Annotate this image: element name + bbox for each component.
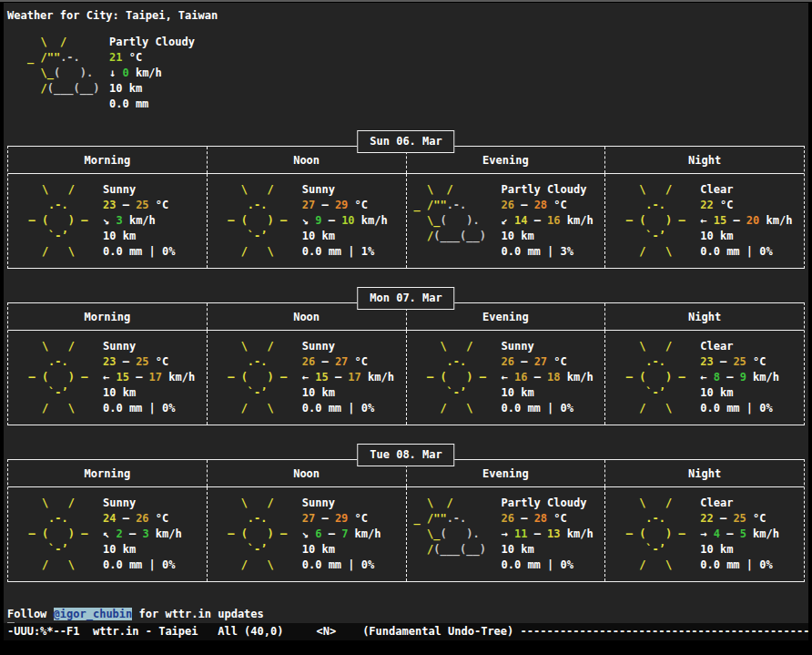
weather-art: \ /_ /"".-. \_( ). /(___(__) <box>414 182 502 260</box>
text-segment: 0.0 mm | 0% <box>502 402 573 414</box>
weather-detail-line: 10 km <box>109 81 195 97</box>
weather-detail-line: 26 – 28 °C <box>502 198 594 213</box>
sunny-icon-art-line: `-’ <box>613 385 700 401</box>
current-weather-text: Partly Cloudy21 °C↓ 0 km/h10 km0.0 mm <box>109 35 195 112</box>
text-segment: 28 <box>534 512 547 525</box>
text-segment: – ( ) – <box>215 214 287 227</box>
partly-cloudy-icon-art-line: _ /"".-. <box>414 511 502 527</box>
text-segment: .-. <box>215 355 268 368</box>
text-segment: ↘ <box>302 527 315 540</box>
text-segment: ( ). <box>54 67 93 79</box>
text-segment: 20 <box>746 214 759 227</box>
text-segment: 3 <box>142 527 148 540</box>
text-segment: – <box>527 214 547 227</box>
text-segment: Sunny <box>103 496 136 509</box>
text-segment: – ( ) – <box>215 527 287 540</box>
text-segment: `-’ <box>414 386 467 399</box>
weather-detail-line: 0.0 mm | 0% <box>700 558 779 573</box>
text-segment: km/h <box>746 527 779 540</box>
text-segment: Sunny <box>302 183 335 196</box>
text-segment: `-’ <box>613 230 665 242</box>
text-segment: (___(__) <box>433 230 486 242</box>
text-segment: 24 <box>103 512 116 525</box>
sunny-icon-art-line: / \ <box>215 401 302 416</box>
weather-detail-line: 24 – 26 °C <box>103 511 182 527</box>
text-segment: 26 <box>502 512 514 525</box>
forecast-cell: \ / .-. – ( ) – `-’ / \Sunny24 – 26 °C↖ … <box>8 487 207 581</box>
text-segment: 10 km <box>700 386 733 399</box>
sunny-icon-art-line: – ( ) – <box>613 370 700 385</box>
weather-detail-line: 10 km <box>502 229 594 244</box>
text-segment: 10 km <box>502 230 534 242</box>
day-table: Sun 06. MarMorningNoonEveningNight \ / .… <box>7 146 805 269</box>
weather-detail-line: 23 – 25 °C <box>103 354 195 370</box>
weather-detail-line: 10 km <box>103 385 195 401</box>
text-segment: / \ <box>215 245 274 258</box>
weather-detail-line: 0.0 mm | 0% <box>502 401 594 416</box>
weather-detail-line: 26 – 27 °C <box>302 354 394 370</box>
weather-detail-line: Sunny <box>502 339 594 354</box>
text-segment: ← <box>103 371 116 384</box>
text-segment: (___(__) <box>47 82 100 95</box>
weather-detail-line: 0.0 mm | 3% <box>502 244 594 260</box>
sunny-icon-art-line: `-’ <box>15 229 103 244</box>
weather-detail-line: ↘ 6 – 7 km/h <box>302 527 381 542</box>
text-segment: 27 <box>302 512 315 525</box>
text-segment: ↘ <box>302 214 315 227</box>
text-segment: – <box>527 527 547 540</box>
sunny-icon-art-line: / \ <box>613 558 700 573</box>
forecast-cell: \ / .-. – ( ) – `-’ / \Clear23 – 25 °C← … <box>604 331 804 425</box>
sunny-icon-art-line: – ( ) – <box>15 527 103 542</box>
column-header-night: Night <box>604 147 804 173</box>
text-segment: 5 <box>740 527 746 540</box>
weather-detail-line: 10 km <box>103 229 175 244</box>
text-segment: °C <box>149 199 169 211</box>
weather-detail-line: 23 – 25 °C <box>700 354 779 370</box>
sunny-icon-art-line: \ / <box>15 339 103 354</box>
forecast-text: Sunny23 – 25 °C← 15 – 17 km/h10 km0.0 mm… <box>103 339 195 416</box>
text-segment: km/h <box>746 371 779 384</box>
text-segment: ( ). <box>440 214 479 227</box>
current-weather-art: \ /_ /"".-. \_( ). /(___(__) <box>27 35 109 112</box>
sunny-icon-art-line: – ( ) – <box>15 213 103 229</box>
weather-detail-line: 27 – 29 °C <box>302 198 388 213</box>
text-segment: .-. <box>15 512 68 525</box>
text-segment: \ / <box>215 183 274 196</box>
text-segment: 0.0 mm | 0% <box>302 402 374 414</box>
text-segment: `-’ <box>215 230 268 242</box>
twitter-handle-link[interactable]: @igor_chubin <box>54 608 133 620</box>
partly-cloudy-icon-art-line: /(___(__) <box>27 81 109 97</box>
day-table: Tue 08. MarMorningNoonEveningNight \ / .… <box>7 459 805 582</box>
sunny-icon-art-line: / \ <box>613 244 700 260</box>
text-segment: 29 <box>335 199 348 211</box>
weather-detail-line: 21 °C <box>109 50 195 66</box>
text-segment: Partly Cloudy <box>502 496 587 509</box>
text-segment: 10 km <box>502 386 534 399</box>
text-segment: – <box>329 371 349 384</box>
text-segment: °C <box>149 355 169 368</box>
sunny-icon-art-line: / \ <box>15 558 103 573</box>
text-segment: 25 <box>733 355 746 368</box>
weather-detail-line: 0.0 mm | 0% <box>502 558 594 573</box>
text-segment: – <box>726 214 746 227</box>
text-segment: km/h <box>561 214 594 227</box>
text-segment: °C <box>547 199 567 211</box>
modeline-dashes: ----------------------------------------… <box>521 625 808 638</box>
weather-detail-line: 10 km <box>103 542 182 558</box>
weather-detail-line: ↙ 14 – 16 km/h <box>502 213 594 229</box>
text-segment: – ( ) – <box>15 371 87 384</box>
text-segment: – <box>714 355 734 368</box>
text-segment: 10 km <box>103 230 136 242</box>
sunny-icon-art-line: `-’ <box>15 542 103 558</box>
forecast-text: Sunny27 – 29 °C↘ 9 – 10 km/h10 km0.0 mm … <box>302 182 388 260</box>
partly-cloudy-icon-art-line: _ /"".-. <box>414 198 502 213</box>
weather-detail-line: Sunny <box>302 182 388 198</box>
text-segment: 11 <box>514 527 527 540</box>
text-segment: km/h <box>361 371 394 384</box>
sunny-icon-art-line: .-. <box>215 198 302 213</box>
text-segment: 0.0 mm | 0% <box>103 245 175 258</box>
partly-cloudy-icon-art-line: \ / <box>414 182 502 198</box>
partly-cloudy-icon-art-line: \_( ). <box>27 66 109 81</box>
day-table: Mon 07. MarMorningNoonEveningNight \ / .… <box>7 302 805 425</box>
sunny-icon-art-line: \ / <box>215 182 302 198</box>
